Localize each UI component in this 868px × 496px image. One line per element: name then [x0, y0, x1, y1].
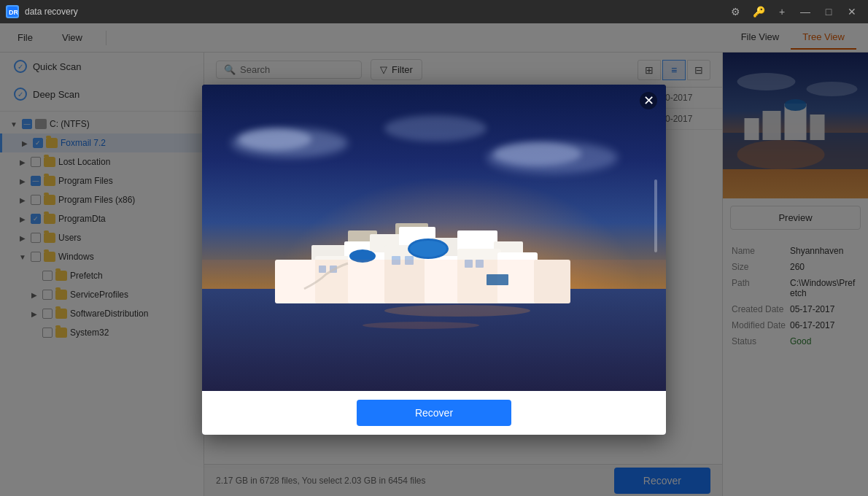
maximize-button[interactable]: □: [818, 3, 839, 20]
svg-rect-50: [654, 179, 657, 252]
plus-icon[interactable]: +: [772, 3, 792, 20]
close-button[interactable]: ✕: [842, 3, 862, 20]
minimize-button[interactable]: —: [795, 3, 815, 20]
recover-modal-button[interactable]: Recover: [357, 400, 511, 426]
modal-close-button[interactable]: ✕: [640, 92, 657, 109]
app-title: data recovery: [25, 7, 78, 17]
titlebar: DR data recovery ⚙ 🔑 + — □ ✕: [0, 0, 868, 23]
svg-point-15: [239, 128, 311, 150]
tool-icon[interactable]: ⚙: [725, 3, 745, 20]
key-icon[interactable]: 🔑: [748, 3, 769, 20]
svg-point-18: [384, 115, 487, 142]
modal-footer: Recover: [202, 391, 666, 435]
svg-rect-49: [202, 260, 666, 391]
modal-image: [202, 85, 666, 391]
svg-text:DR: DR: [9, 9, 18, 16]
svg-point-41: [410, 241, 446, 257]
modal-overlay[interactable]: ✕: [0, 23, 868, 496]
svg-rect-51: [487, 274, 508, 285]
app-logo: DR: [6, 5, 19, 18]
titlebar-left: DR data recovery: [6, 5, 78, 18]
titlebar-actions: ⚙ 🔑 + — □ ✕: [725, 3, 862, 20]
svg-point-17: [494, 142, 581, 166]
image-preview-modal: ✕: [202, 85, 666, 435]
